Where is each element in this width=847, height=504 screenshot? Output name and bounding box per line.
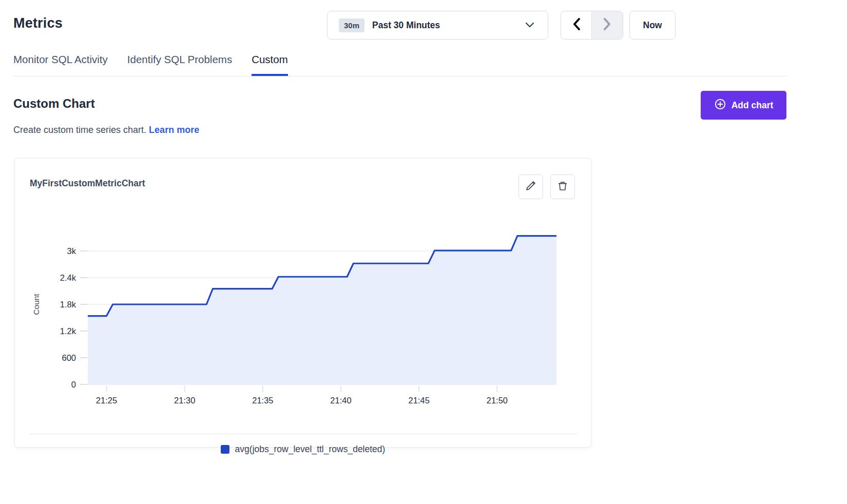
series-name: avg(jobs_row_level_ttl_rows_deleted): [235, 444, 386, 455]
time-nav-group: [561, 11, 623, 40]
time-range-badge: 30m: [339, 18, 364, 32]
delete-chart-button[interactable]: [550, 175, 575, 199]
card-divider: [30, 434, 577, 434]
add-chart-button[interactable]: Add chart: [701, 91, 786, 120]
svg-text:0: 0: [71, 380, 76, 389]
section-subtitle: Create custom time series chart. Learn m…: [13, 125, 199, 135]
svg-text:1.2k: 1.2k: [60, 326, 76, 336]
svg-text:21:30: 21:30: [174, 396, 195, 405]
tab-custom[interactable]: Custom: [252, 51, 288, 76]
svg-text:21:35: 21:35: [252, 396, 273, 405]
section-title: Custom Chart: [13, 96, 95, 111]
svg-text:Count: Count: [32, 294, 41, 315]
edit-chart-button[interactable]: [518, 175, 543, 199]
svg-text:1.8k: 1.8k: [60, 300, 76, 309]
pencil-icon: [525, 180, 536, 193]
circle-plus-icon: [714, 98, 726, 113]
tab-monitor-sql-activity[interactable]: Monitor SQL Activity: [13, 51, 108, 76]
chevron-down-icon: [525, 21, 534, 30]
svg-text:2.4k: 2.4k: [60, 273, 76, 282]
add-chart-label: Add chart: [732, 100, 774, 111]
now-button[interactable]: Now: [629, 11, 676, 40]
chart-legend: avg(jobs_row_level_ttl_rows_deleted): [15, 444, 591, 455]
time-range-selector[interactable]: 30m Past 30 Minutes: [327, 11, 548, 40]
series-color-swatch: [221, 445, 229, 454]
learn-more-link[interactable]: Learn more: [149, 125, 199, 135]
svg-text:3k: 3k: [67, 246, 76, 256]
chevron-right-icon: [603, 18, 611, 32]
svg-text:600: 600: [62, 353, 76, 362]
page-title: Metrics: [13, 15, 63, 31]
chart-title: MyFirstCustomMetricChart: [30, 178, 145, 189]
svg-text:21:50: 21:50: [487, 396, 508, 405]
subtitle-text: Create custom time series chart.: [13, 125, 146, 135]
svg-text:21:40: 21:40: [330, 396, 351, 405]
tab-identify-sql-problems[interactable]: Identify SQL Problems: [127, 51, 232, 76]
prev-time-button[interactable]: [561, 11, 592, 39]
next-time-button[interactable]: [592, 11, 623, 39]
time-range-label: Past 30 Minutes: [372, 20, 440, 31]
custom-chart-card: MyFirstCustomMetricChart 06001.2k1.8k2.4…: [14, 158, 591, 448]
tab-bar: Monitor SQL Activity Identify SQL Proble…: [13, 51, 786, 76]
svg-text:21:25: 21:25: [96, 396, 117, 405]
time-series-chart[interactable]: 06001.2k1.8k2.4k3k21:2521:3021:3521:4021…: [30, 215, 564, 410]
svg-text:21:45: 21:45: [409, 396, 430, 405]
trash-icon: [557, 180, 568, 193]
chevron-left-icon: [572, 18, 581, 32]
